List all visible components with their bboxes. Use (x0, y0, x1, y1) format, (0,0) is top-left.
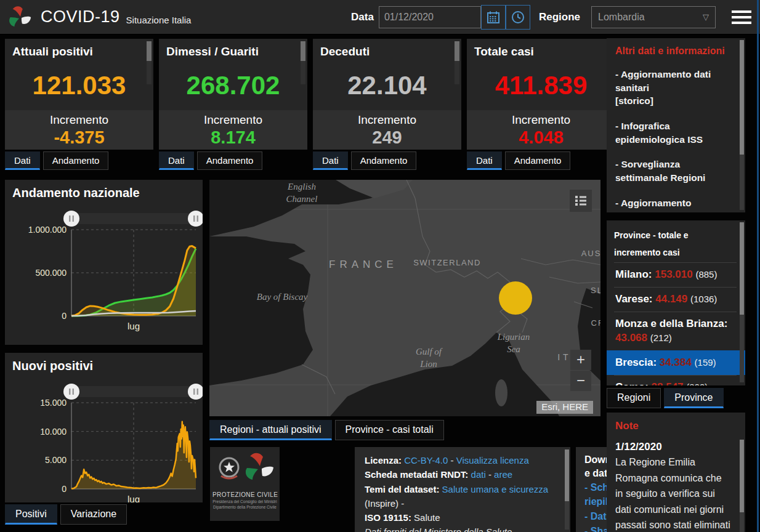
range-slider-handle[interactable] (188, 211, 203, 227)
license-panel: Licenza: CC-BY-4.0 - Visualizza licenzaS… (355, 447, 570, 532)
province-row-brescia[interactable]: Brescia: 34.384 (159) (607, 350, 745, 375)
card-tabs: DatiAndamento (313, 151, 461, 170)
province-row-como[interactable]: Como: 28.547 (893) (614, 375, 737, 385)
card-2-tab-andamento[interactable]: Andamento (351, 151, 417, 170)
svg-text:0: 0 (62, 311, 67, 321)
svg-text:500.000: 500.000 (35, 268, 67, 278)
card-0-tab-andamento[interactable]: Andamento (43, 151, 109, 170)
card-1-tab-andamento[interactable]: Andamento (197, 151, 263, 170)
summary-card-1: Dimessi / Guariti268.702Incremento8.174 (159, 39, 307, 150)
summary-card-wrap: Attuali positivi121.033Incremento-4.375D… (5, 39, 153, 170)
svg-text:1.000.000: 1.000.000 (28, 225, 67, 235)
svg-text:5.000: 5.000 (45, 455, 67, 465)
new-positives-tab-variazione[interactable]: Variazione (60, 504, 127, 525)
card-3-tab-dati[interactable]: Dati (467, 151, 502, 170)
increment-label: Incremento (159, 113, 307, 127)
license-link[interactable]: CC-BY-4.0 (404, 455, 448, 465)
new-positives-title: Nuovi positivi (12, 359, 203, 373)
card-1-tab-dati[interactable]: Dati (159, 151, 194, 170)
time-button[interactable] (506, 5, 530, 30)
license-link[interactable]: dati (471, 469, 486, 480)
map-label: SWITZERLAND (413, 258, 481, 267)
card-scrollbar[interactable] (147, 41, 152, 84)
map-tab-regioni-attuali-positivi[interactable]: Regioni - attuali positivi (209, 420, 332, 440)
card-0-tab-dati[interactable]: Dati (5, 151, 40, 170)
license-link[interactable]: Salute umana e sicurezza (442, 484, 549, 494)
tricolor-logo-icon (246, 453, 274, 487)
note-panel: Note 1/12/2020 La Regione Emilia Romagna… (607, 413, 745, 532)
province-panel-tabs: RegioniProvince (607, 388, 745, 408)
map[interactable]: EnglishChannelBay of BiscayGulf ofLionLi… (209, 180, 600, 416)
increment-value: -4.375 (5, 127, 153, 148)
zoom-in-button[interactable]: + (570, 350, 591, 370)
svg-text:15.000: 15.000 (40, 398, 67, 408)
license-link[interactable]: Visualizza licenza (456, 455, 529, 465)
province-name: Monza e della Brianza: (615, 318, 727, 329)
national-trend-chart[interactable]: 0500.0001.000.000lug (12, 201, 203, 343)
increment-label: Incremento (5, 113, 153, 127)
license-link[interactable]: aree (494, 469, 512, 480)
zoom-out-button[interactable]: − (570, 371, 591, 391)
menu-icon (732, 10, 751, 13)
new-positives-tab-positivi[interactable]: Positivi (5, 504, 57, 525)
info-panel-scrollbar[interactable] (740, 40, 744, 210)
province-increment: (212) (650, 332, 672, 343)
menu-button[interactable] (732, 10, 751, 24)
province-panel-scrollbar[interactable] (740, 222, 744, 382)
summary-cards-row: Attuali positivi121.033Incremento-4.375D… (5, 39, 615, 170)
map-label: AUS (581, 249, 600, 258)
province-row-milano[interactable]: Milano: 153.010 (885) (614, 262, 737, 287)
info-link[interactable]: - Aggiornamento dati sanitari [storico] (615, 68, 732, 108)
license-line: Licenza: CC-BY-4.0 - Visualizza licenza (365, 453, 560, 467)
map-label: SL (591, 286, 600, 295)
sidebar-tab-regioni[interactable]: Regioni (607, 388, 661, 408)
range-slider-handle[interactable] (63, 211, 79, 227)
info-link[interactable]: - Aggiornamento (615, 196, 732, 210)
province-row-monza-e-della-brianza[interactable]: Monza e della Brianza: 43.068 (212) (614, 312, 737, 350)
info-link[interactable]: - Infografica epidemiologica ISS (615, 119, 732, 146)
map-zoom-controls: + − (570, 350, 591, 392)
right-sidebar: Altri dati e informazioni - Aggiornament… (607, 38, 745, 532)
date-input[interactable] (379, 6, 481, 28)
card-title: Attuali positivi (5, 39, 153, 58)
calendar-button[interactable] (481, 5, 506, 30)
national-trend-panel: Andamento nazionale 0500.0001.000.000lug (5, 180, 203, 345)
card-tabs: DatiAndamento (5, 151, 153, 170)
sidebar-tab-province[interactable]: Province (664, 388, 723, 408)
card-scrollbar[interactable] (455, 41, 459, 84)
svg-text:lug: lug (127, 494, 140, 502)
info-links-panel: Altri dati e informazioni - Aggiornament… (607, 38, 745, 212)
card-value: 268.702 (159, 66, 307, 105)
info-panel-title: Altri dati e informazioni (615, 46, 732, 57)
map-marker-lombardia[interactable] (499, 281, 532, 315)
province-name: Como: (615, 381, 649, 385)
calendar-icon (486, 10, 501, 25)
range-slider-handle[interactable] (63, 384, 79, 400)
region-value: Lombardia (598, 12, 645, 23)
note-panel-scrollbar[interactable] (740, 440, 744, 532)
info-link[interactable]: - Sorveglianza settimanale Regioni (615, 158, 732, 184)
card-2-tab-dati[interactable]: Dati (313, 151, 348, 170)
state-emblem-icon (216, 453, 242, 487)
card-3-tab-andamento[interactable]: Andamento (505, 151, 571, 170)
license-scrollbar[interactable] (565, 449, 569, 530)
card-scrollbar[interactable] (301, 41, 305, 84)
legend-button[interactable] (570, 190, 592, 212)
map-tab-province-casi-totali[interactable]: Province - casi totali (335, 420, 444, 440)
province-name: Milano: (615, 268, 652, 280)
svg-text:lug: lug (127, 321, 140, 331)
summary-card-3: Totale casi411.839Incremento4.048 (467, 39, 615, 150)
province-row-varese[interactable]: Varese: 44.149 (1036) (614, 287, 737, 312)
range-slider-handle[interactable] (188, 384, 203, 400)
increment-value: 4.048 (467, 127, 615, 148)
region-select[interactable]: Lombardia ▽ (591, 6, 716, 28)
new-positives-chart[interactable]: 05.00010.00015.000lug (12, 374, 203, 502)
card-tabs: DatiAndamento (159, 151, 307, 170)
province-increment: (159) (695, 357, 716, 368)
province-panel: Province - totale e incremento casi Mila… (607, 220, 745, 385)
increment-label: Incremento (313, 113, 461, 127)
map-label: Bay of Biscay (257, 292, 308, 302)
map-canvas[interactable]: EnglishChannelBay of BiscayGulf ofLionLi… (209, 180, 600, 416)
card-title: Totale casi (467, 39, 615, 58)
left-charts-column: Andamento nazionale 0500.0001.000.000lug… (5, 180, 203, 525)
